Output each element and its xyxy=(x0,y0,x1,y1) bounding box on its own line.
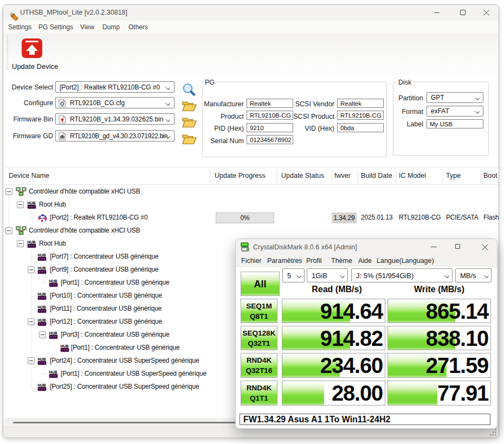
svg-text:HUB: HUB xyxy=(28,201,36,205)
svg-text:HUB: HUB xyxy=(28,240,36,244)
svg-text:HUB: HUB xyxy=(38,357,46,361)
svg-text:HUB: HUB xyxy=(49,331,57,335)
svg-text:HUB: HUB xyxy=(49,279,57,283)
svg-text:HUB: HUB xyxy=(49,370,57,374)
svg-text:HUB: HUB xyxy=(38,253,46,257)
svg-text:HUB: HUB xyxy=(38,383,46,387)
svg-text:HUB: HUB xyxy=(38,318,46,322)
svg-text:HUB: HUB xyxy=(38,292,46,296)
svg-text:HUB: HUB xyxy=(38,266,46,270)
svg-text:HUB: HUB xyxy=(38,305,46,309)
svg-text:HUB: HUB xyxy=(61,344,69,348)
